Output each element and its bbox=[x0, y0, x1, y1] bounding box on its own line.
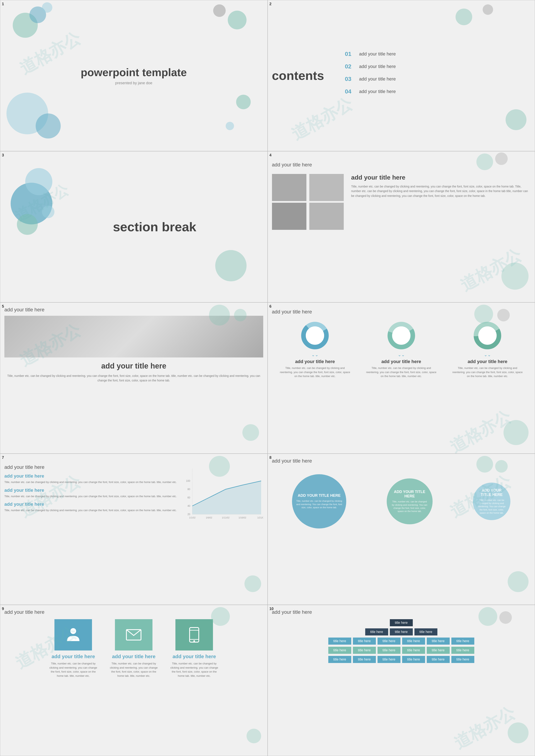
content-item-1: 01 add your title here bbox=[345, 51, 531, 57]
org-level4-row: title here title here title here title h… bbox=[328, 656, 474, 663]
bubble-2-desc: Title, number etc. can be changed by cli… bbox=[391, 500, 428, 513]
content-item-2: 02 add your title here bbox=[345, 63, 531, 70]
deco-bubble bbox=[478, 607, 497, 626]
item-title-3: add your title here bbox=[4, 502, 178, 507]
deco-bubble bbox=[242, 424, 259, 441]
org-root: title here bbox=[390, 619, 413, 626]
item-desc-3: Title, number etc. can be changed by cli… bbox=[4, 508, 178, 513]
org-l2-2: title here bbox=[353, 637, 376, 645]
svg-rect-29 bbox=[190, 628, 199, 642]
slide-7-items: add your title here Title, number etc. c… bbox=[4, 473, 178, 513]
org-l3-3: title here bbox=[378, 647, 401, 654]
deco-bubble bbox=[503, 420, 528, 445]
deco-bubble bbox=[209, 456, 230, 477]
deco-bubble bbox=[501, 263, 528, 290]
content-num-2: 02 bbox=[345, 63, 355, 70]
chevron-3: ⌄⌄ bbox=[484, 352, 491, 357]
donut-chart-1 bbox=[300, 321, 329, 350]
slide-2: 2 道格亦公 contents 01 add your title here 0… bbox=[268, 0, 535, 151]
item-title-1: add your title here bbox=[4, 473, 178, 479]
slide-8: 8 道格亦公 add your title here ADD YOUR TITL… bbox=[268, 454, 535, 605]
org-root-row: title here bbox=[390, 619, 413, 626]
svg-text:1/16/02: 1/16/02 bbox=[239, 517, 246, 519]
slide-number-6: 6 bbox=[269, 304, 271, 309]
bubble-1-desc: Title, number etc. can be changed by cli… bbox=[296, 499, 342, 509]
slide-number-7: 7 bbox=[2, 456, 4, 460]
svg-text:60: 60 bbox=[187, 496, 190, 499]
org-level2-row: title here title here title here title h… bbox=[328, 637, 474, 645]
card-1: add your title here Title, number etc. c… bbox=[47, 619, 99, 678]
slide-7: 7 道格亦公 add your title here add your titl… bbox=[0, 454, 268, 605]
chart-desc-2: Title, number etc. can be changed by cli… bbox=[365, 366, 437, 378]
svg-text:100: 100 bbox=[186, 480, 190, 482]
img-3 bbox=[272, 203, 306, 230]
deco-bubble bbox=[508, 571, 528, 592]
chevron-2: ⌄⌄ bbox=[398, 352, 405, 357]
svg-point-8 bbox=[478, 326, 497, 345]
chart-title-2: add your title here bbox=[381, 359, 421, 364]
slide-4-content: add your title here Title, number etc. c… bbox=[272, 174, 531, 230]
slide-number-8: 8 bbox=[269, 456, 271, 460]
bubble-3: ADD YOUR TITLE HERE Title, number etc. c… bbox=[473, 483, 510, 520]
card-desc-3: Title, number etc. can be changed by cli… bbox=[168, 661, 220, 678]
bubble-2: ADD YOUR TITLE HERE Title, number etc. c… bbox=[387, 478, 433, 524]
slide-5-content-body: Title, number etc. can be changed by cli… bbox=[4, 374, 263, 383]
item-desc-2: Title, number etc. can be changed by cli… bbox=[4, 494, 178, 498]
slide-number-9: 9 bbox=[2, 607, 4, 611]
svg-text:1/21/02: 1/21/02 bbox=[257, 517, 263, 519]
slide-9: 9 道格亦公 add your title here add your titl… bbox=[0, 605, 268, 756]
svg-text:40: 40 bbox=[187, 504, 190, 507]
deco-bubble bbox=[25, 168, 52, 195]
card-icon-3 bbox=[175, 619, 213, 651]
svg-point-27 bbox=[70, 628, 76, 634]
deco-bubble bbox=[495, 153, 508, 165]
deco-bubble bbox=[234, 309, 246, 322]
chart-desc-1: Title, number etc. can be changed by cli… bbox=[279, 366, 351, 378]
org-l4-4: title here bbox=[402, 656, 425, 663]
deco-bubble bbox=[236, 95, 251, 109]
deco-bubble bbox=[228, 11, 246, 29]
org-l3-6: title here bbox=[451, 647, 474, 654]
mail-icon bbox=[126, 628, 142, 642]
org-level3-row: title here title here title here title h… bbox=[328, 647, 474, 654]
deco-bubble bbox=[495, 460, 508, 473]
deco-bubble bbox=[499, 611, 512, 624]
deco-bubble bbox=[476, 456, 493, 473]
image-grid bbox=[272, 174, 345, 230]
content-num-1: 01 bbox=[345, 51, 355, 57]
slide-4-text-body: Title, number etc. can be changed by cli… bbox=[351, 184, 531, 198]
org-l2-1: title here bbox=[328, 637, 351, 645]
svg-text:1/1/02: 1/1/02 bbox=[189, 517, 195, 519]
svg-text:80: 80 bbox=[187, 488, 190, 491]
slide-number-4: 4 bbox=[269, 153, 271, 157]
chart-title-3: add your title here bbox=[467, 359, 507, 364]
svg-point-32 bbox=[193, 640, 195, 642]
org-l4-6: title here bbox=[451, 656, 474, 663]
deco-bubble bbox=[42, 206, 54, 218]
slide-4-text-title: add your title here bbox=[351, 174, 531, 181]
deco-bubble bbox=[483, 4, 493, 15]
chart-desc-3: Title, number etc. can be changed by cli… bbox=[451, 366, 524, 378]
org-l1-2: title here bbox=[390, 629, 413, 635]
deco-bubble bbox=[209, 305, 230, 325]
contents-list: 01 add your title here 02 add your title… bbox=[345, 51, 531, 101]
bubble-2-title: ADD YOUR TITLE HERE bbox=[391, 490, 428, 498]
chart-item-2: ⌄⌄ add your title here Title, number etc… bbox=[365, 321, 437, 378]
org-l3-4: title here bbox=[402, 647, 425, 654]
org-chart: title here title here title here title h… bbox=[272, 619, 531, 663]
content-label-2: add your title here bbox=[359, 64, 396, 69]
card-desc-2: Title, number etc. can be changed by cli… bbox=[108, 661, 160, 678]
slide-6: 6 道格亦公 add your title here ⌄⌄ add your t… bbox=[268, 302, 535, 454]
slide-number-1: 1 bbox=[2, 2, 4, 6]
deco-bubble bbox=[226, 122, 234, 130]
deco-bubble bbox=[456, 9, 472, 25]
bubble-1: ADD YOUR TITLE HERE Title, number etc. c… bbox=[292, 474, 346, 528]
chart-item-1: ⌄⌄ add your title here Title, number etc… bbox=[279, 321, 351, 378]
deco-bubble bbox=[211, 607, 230, 626]
item-title-2: add your title here bbox=[4, 488, 178, 493]
deco-bubble bbox=[497, 309, 510, 322]
slide-grid: 1 道格亦公 powerpoint template presented by … bbox=[0, 0, 535, 756]
deco-bubble bbox=[36, 113, 61, 138]
slide-10: 10 道格亦公 add your title here title here t… bbox=[268, 605, 535, 756]
deco-bubble bbox=[246, 729, 261, 743]
